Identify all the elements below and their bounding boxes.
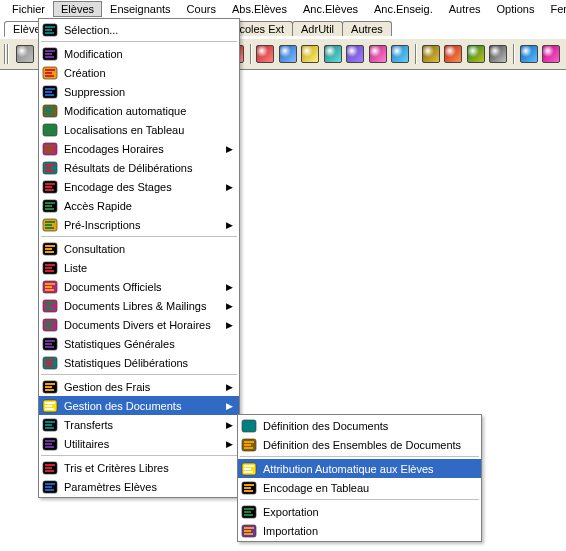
svg-rect-63 [45,327,54,329]
svg-rect-87 [45,446,54,448]
util-icon [489,45,507,63]
menu-item-importation[interactable]: Importation [238,521,481,540]
menu-item-label: Documents Officiels [64,281,220,293]
svg-rect-102 [244,444,251,446]
menu-item-attribution-automatique-aux-el-ves[interactable]: Attribution Automatique aux Elèves [238,459,481,478]
toolbar-free-button[interactable] [322,43,343,65]
menu-cours[interactable]: Cours [179,1,224,17]
menu-fentre[interactable]: Fenêtre [542,1,566,17]
menu-item-label: Définition des Ensembles de Documents [263,439,475,451]
svg-rect-34 [45,186,52,188]
menu-enseignants[interactable]: Enseignants [102,1,179,17]
menu-item-modification-automatique[interactable]: Modification automatique [39,101,239,120]
menu-item-statistiques-d-lib-rations[interactable]: Statistiques Délibérations [39,353,239,372]
menu-item-cr-ation[interactable]: Création [39,63,239,82]
svg-rect-66 [45,343,52,345]
svg-rect-67 [45,346,54,348]
svg-rect-38 [45,205,52,207]
submenu-arrow-icon: ▶ [226,320,233,330]
menu-autres[interactable]: Autres [441,1,489,17]
svg-rect-39 [45,208,54,210]
menu-item-exportation[interactable]: Exportation [238,502,481,521]
svg-rect-85 [45,440,55,442]
sort-icon [42,460,58,476]
menu-abselves[interactable]: Abs.Elèves [224,1,295,17]
svg-rect-5 [45,50,55,52]
svg-rect-110 [244,487,251,489]
toolbar-chart-button[interactable] [390,43,411,65]
stats-general-icon [42,336,58,352]
menu-item-tris-et-crit-res-libres[interactable]: Tris et Critères Libres [39,458,239,477]
svg-rect-22 [45,129,52,131]
menu-item-acc-s-rapide[interactable]: Accès Rapide [39,196,239,215]
toolbar-filter-button[interactable] [14,43,35,65]
edit-icon [42,46,58,62]
menu-item-documents-divers-et-horaires[interactable]: Documents Divers et Horaires▶ [39,315,239,334]
toolbar-view-button[interactable] [255,43,276,65]
tab-adrutil[interactable]: AdrUtil [292,21,343,36]
menu-item-d-finition-des-ensembles-de-documents[interactable]: Définition des Ensembles de Documents [238,435,481,454]
menu-item-label: Encodage en Tableau [263,482,475,494]
menu-item-suppression[interactable]: Suppression [39,82,239,101]
menu-item-encodages-horaires[interactable]: Encodages Horaires▶ [39,139,239,158]
preregistration-icon [42,217,58,233]
svg-rect-7 [45,56,54,58]
menu-item-encodage-des-stages[interactable]: Encodage des Stages▶ [39,177,239,196]
menu-item-localisations-en-tableau[interactable]: Localisations en Tableau [39,120,239,139]
toolbar-sort-button[interactable] [518,43,539,65]
menu-item-statistiques-g-n-rales[interactable]: Statistiques Générales [39,334,239,353]
toolbar-util-button[interactable] [488,43,509,65]
menu-item-label: Documents Divers et Horaires [64,319,220,331]
menu-item-documents-libres-mailings[interactable]: Documents Libres & Mailings▶ [39,296,239,315]
menu-item-label: Exportation [263,506,475,518]
menu-ancenseig[interactable]: Anc.Enseig. [366,1,441,17]
toolbar-misc-button[interactable] [345,43,366,65]
menu-item-encodage-en-tableau[interactable]: Encodage en Tableau [238,478,481,497]
menu-item-modification[interactable]: Modification [39,44,239,63]
svg-rect-89 [45,464,55,466]
menu-elves[interactable]: Elèves [53,1,102,17]
toolbar-list-button[interactable] [277,43,298,65]
submenu-arrow-icon: ▶ [226,401,233,411]
menu-label: Abs.Elèves [232,3,287,15]
toolbar-pie-button[interactable] [367,43,388,65]
toolbar-cfg-button[interactable] [540,43,561,65]
toolbar-transfer-button[interactable] [465,43,486,65]
menu-item-pr-inscriptions[interactable]: Pré-Inscriptions▶ [39,215,239,234]
menu-item-liste[interactable]: Liste [39,258,239,277]
cfg-icon [542,45,560,63]
menu-item-r-sultats-de-d-lib-rations[interactable]: Résultats de Délibérations [39,158,239,177]
svg-rect-118 [244,530,251,532]
menu-label: Enseignants [110,3,171,15]
menu-item-param-tres-el-ves[interactable]: Paramètres Elèves [39,477,239,496]
free-docs-icon [42,298,58,314]
svg-rect-47 [45,251,54,253]
svg-rect-119 [244,533,253,535]
misc-icon [346,45,364,63]
toolbar-handle[interactable] [4,44,10,64]
menu-item-consultation[interactable]: Consultation [39,239,239,258]
menu-item-gestion-des-frais[interactable]: Gestion des Frais▶ [39,377,239,396]
menu-ancelves[interactable]: Anc.Elèves [295,1,366,17]
svg-rect-59 [45,308,54,310]
menu-item-s-lection[interactable]: Sélection... [39,20,239,39]
svg-rect-31 [45,170,54,172]
svg-rect-53 [45,283,55,285]
menu-item-documents-officiels[interactable]: Documents Officiels▶ [39,277,239,296]
menu-item-utilitaires[interactable]: Utilitaires▶ [39,434,239,453]
menu-fichier[interactable]: Fichier [4,1,53,17]
menu-item-d-finition-des-documents[interactable]: Définition des Documents [238,416,481,435]
svg-rect-95 [45,489,54,491]
new-record-icon [42,65,58,81]
menu-item-gestion-des-documents[interactable]: Gestion des Documents▶ [39,396,239,415]
menu-separator [240,499,479,500]
auto-assign-icon [241,461,257,477]
toolbar-doc-button[interactable] [300,43,321,65]
menu-item-transferts[interactable]: Transferts▶ [39,415,239,434]
menu-options[interactable]: Options [489,1,543,17]
svg-rect-97 [244,422,254,424]
toolbar-docs-button[interactable] [443,43,464,65]
tab-autres[interactable]: Autres [342,21,392,36]
tab-label: Autres [351,23,383,35]
toolbar-fees-button[interactable] [420,43,441,65]
